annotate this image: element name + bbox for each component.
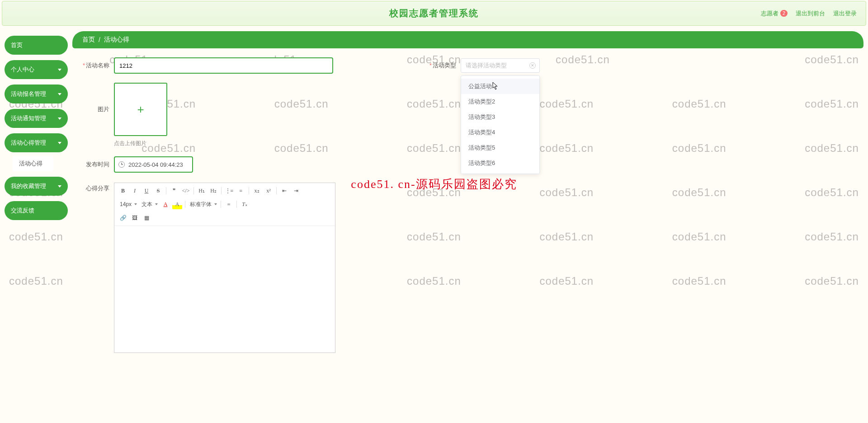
plus-icon: + [137,103,144,117]
field-activity-name: 活动名称 [77,57,333,74]
sidebar-sub-experience[interactable]: 活动心得 [13,156,53,171]
activity-type-label: 活动类型 [424,61,456,70]
link-icon[interactable]: 🔗 [118,213,128,223]
activity-type-dropdown: 公益活动 活动类型2 活动类型3 活动类型4 活动类型5 活动类型6 [461,75,540,174]
app-title: 校园志愿者管理系统 [389,7,479,19]
sidebar-item-experience-mgmt[interactable]: 活动心得管理 [5,133,68,152]
clear-format-icon[interactable]: Tₓ [240,199,250,209]
user-info[interactable]: 志愿者 2 [761,9,788,18]
form-area: 活动名称 活动类型 请选择活动类型 ✕ 公益活动 活动类型2 活动类型3 [72,48,863,362]
main-content: 首页 / 活动心得 活动名称 活动类型 请选择活动类型 ✕ [72,31,863,418]
sidebar-item-home[interactable]: 首页 [5,36,68,55]
user-role-label: 志愿者 [761,9,778,18]
activity-name-label: 活动名称 [77,61,109,70]
italic-icon[interactable]: I [130,186,140,196]
sidebar-item-notification-mgmt[interactable]: 活动通知管理 [5,109,68,128]
select-placeholder: 请选择活动类型 [466,61,507,70]
publish-time-value: 2022-05-04 09:44:23 [128,161,183,168]
dropdown-option[interactable]: 活动类型3 [461,109,539,125]
video-icon[interactable]: ▦ [142,213,151,223]
app-header: 校园志愿者管理系统 志愿者 2 退出到前台 退出登录 [2,1,866,26]
font-color-icon[interactable]: A [160,199,170,209]
upload-box[interactable]: + [114,83,167,136]
header-right: 志愿者 2 退出到前台 退出登录 [761,9,857,18]
breadcrumb-root[interactable]: 首页 [82,36,95,44]
dropdown-option[interactable]: 公益活动 [461,79,539,94]
image-label: 图片 [77,105,109,113]
chevron-down-icon [58,118,61,120]
chevron-down-icon [58,93,61,95]
indent-decrease-icon[interactable]: ⇤ [279,186,289,196]
list-unordered-icon[interactable]: ≡ [236,186,246,196]
strikethrough-icon[interactable]: S [153,186,163,196]
editor-toolbar: B I U S ❞ </> H₁ H₂ ⋮≡ ≡ x₂ [114,183,335,226]
editor-body[interactable] [114,226,335,352]
superscript-icon[interactable]: x² [264,186,274,196]
code-icon[interactable]: </> [181,186,191,196]
activity-type-select[interactable]: 请选择活动类型 ✕ [461,58,540,73]
bold-icon[interactable]: B [118,186,128,196]
dropdown-option[interactable]: 活动类型5 [461,140,539,155]
breadcrumb: 首页 / 活动心得 [72,31,863,48]
sidebar-item-signup-mgmt[interactable]: 活动报名管理 [5,85,68,103]
image-icon[interactable]: 🖼 [130,213,140,223]
breadcrumb-current: 活动心得 [104,36,129,44]
activity-name-input[interactable] [114,57,333,74]
rich-text-editor: B I U S ❞ </> H₁ H₂ ⋮≡ ≡ x₂ [114,183,335,353]
list-ordered-icon[interactable]: ⋮≡ [224,186,234,196]
underline-icon[interactable]: U [142,186,151,196]
publish-time-input[interactable]: 2022-05-04 09:44:23 [114,156,193,173]
breadcrumb-separator: / [99,36,100,43]
align-icon[interactable]: ≡ [224,199,234,209]
sidebar-item-personal[interactable]: 个人中心 [5,60,68,79]
publish-time-label: 发布时间 [77,160,109,169]
chevron-down-icon [58,142,61,144]
chevron-down-icon [58,69,61,71]
quote-icon[interactable]: ❞ [169,186,179,196]
logout-link[interactable]: 退出登录 [833,9,857,18]
clock-icon [118,161,125,168]
h1-icon[interactable]: H₁ [197,186,207,196]
clear-icon[interactable]: ✕ [529,62,536,69]
bg-color-icon[interactable]: A [172,199,182,209]
h2-icon[interactable]: H₂ [208,186,218,196]
chevron-down-icon [58,185,61,188]
font-size-select[interactable]: 14px [118,200,138,208]
font-family-select[interactable]: 标准字体 [188,200,218,209]
subscript-icon[interactable]: x₂ [252,186,262,196]
dropdown-option[interactable]: 活动类型4 [461,125,539,140]
dropdown-option[interactable]: 活动类型6 [461,155,539,171]
field-activity-type: 活动类型 请选择活动类型 ✕ 公益活动 活动类型2 活动类型3 活动类型4 活动… [424,57,540,74]
sidebar: 首页 个人中心 活动报名管理 活动通知管理 活动心得管理 活动心得 我的收藏管理… [5,31,68,418]
font-type-select[interactable]: 文本 [140,200,159,209]
user-badge: 2 [780,10,788,17]
dropdown-option[interactable]: 活动类型2 [461,94,539,109]
sidebar-item-feedback[interactable]: 交流反馈 [5,201,68,220]
goto-frontend-link[interactable]: 退出到前台 [796,9,825,18]
indent-increase-icon[interactable]: ⇥ [291,186,301,196]
share-label: 心得分享 [77,184,109,193]
sidebar-item-favorites-mgmt[interactable]: 我的收藏管理 [5,177,68,196]
